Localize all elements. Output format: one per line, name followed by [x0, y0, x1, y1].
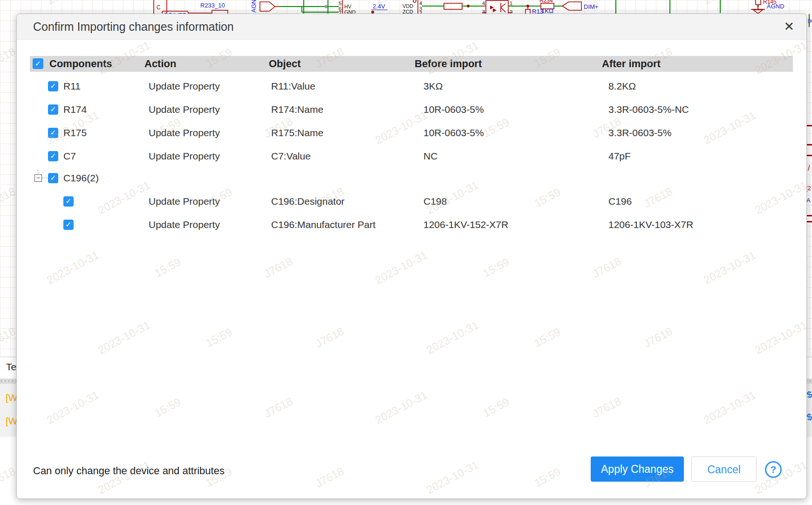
schematic-top-strip: C DRIVER R233_10 AGND 5 6 7 HV GND VDD Z… [0, 0, 812, 14]
close-icon[interactable]: ✕ [784, 19, 794, 35]
row-checkbox[interactable]: ✓ [48, 173, 58, 183]
check-icon: ✓ [65, 197, 71, 205]
table-row: ✓ C7 Update Property C7:Value NC 47pF [17, 145, 806, 167]
log-warning-line: [W [6, 415, 18, 427]
table-row: ✓ R175 Update Property R175:Name 10R-060… [17, 122, 806, 144]
confirm-import-dialog: Confirm Importing changes information ✕ … [16, 14, 807, 499]
schematic-label: AGND [767, 3, 785, 10]
after-import-cell: 3.3R-0603-5%-NC [608, 99, 689, 120]
cancel-button[interactable]: Cancel [691, 457, 757, 482]
schematic-label: C [157, 4, 161, 11]
object-cell: C7:Value [271, 145, 311, 167]
column-header-object: Object [269, 56, 300, 72]
table-row-group: − ✓ C196(2) [17, 167, 806, 189]
component-cell: R175 [63, 122, 87, 144]
before-import-cell: C198 [423, 191, 447, 212]
schematic-label: AGND [250, 0, 257, 13]
net-voltage-label: 2.4V [373, 3, 385, 10]
object-cell: R11:Value [271, 76, 315, 97]
row-checkbox[interactable]: ✓ [63, 196, 74, 207]
apply-changes-button[interactable]: Apply Changes [591, 457, 684, 482]
before-import-cell: 3KΩ [423, 76, 443, 97]
component-cell: R11 [63, 76, 81, 97]
after-import-cell: 1206-1KV-103-X7R [608, 214, 693, 235]
check-icon: ✓ [65, 221, 71, 228]
log-warning-line: [W [6, 392, 18, 403]
before-import-cell: 10R-0603-5% [423, 122, 484, 144]
svg-text:HV: HV [344, 4, 352, 9]
table-row: ✓ R11 Update Property R11:Value 3KΩ 8.2K… [17, 76, 806, 97]
svg-text:1: 1 [510, 0, 512, 6]
svg-text:VDD: VDD [403, 3, 413, 9]
footer-note: Can only change the device and attribute… [33, 465, 225, 477]
check-icon: ✓ [50, 105, 56, 113]
bottom-panel-tab[interactable]: Te [6, 361, 16, 373]
check-icon: ✓ [50, 82, 56, 90]
select-all-checkbox[interactable]: ✓ [33, 58, 43, 69]
component-cell: C7 [63, 145, 76, 167]
object-cell: C196:Designator [271, 191, 345, 212]
check-icon: ✓ [50, 174, 56, 182]
row-checkbox[interactable]: ✓ [48, 104, 58, 115]
action-cell: Update Property [149, 99, 220, 120]
object-cell: R175:Name [271, 122, 323, 144]
before-import-cell: 10R-0603-5% [423, 99, 484, 120]
row-checkbox[interactable]: ✓ [48, 128, 58, 138]
action-cell: Update Property [149, 191, 220, 212]
check-icon: ✓ [50, 129, 56, 137]
row-checkbox[interactable]: ✓ [48, 81, 58, 91]
action-cell: Update Property [149, 76, 220, 97]
action-cell: Update Property [149, 122, 220, 144]
svg-text:4: 4 [419, 0, 422, 6]
dialog-title: Confirm Importing changes information [33, 14, 234, 39]
collapse-toggle-icon[interactable]: − [34, 174, 42, 182]
row-checkbox[interactable]: ✓ [48, 151, 58, 161]
table-row: ✓ R174 Update Property R174:Name 10R-060… [17, 99, 806, 120]
help-icon[interactable]: ? [765, 461, 782, 478]
schematic-label: 1KΩ [541, 7, 553, 14]
check-icon: ✓ [50, 152, 56, 160]
schematic-label: R233_10 [200, 2, 225, 9]
net-label: DIM+ [584, 3, 598, 10]
column-header-components: Components [49, 56, 112, 72]
table-subrow: ✓ Update Property C196:Manufacturer Part… [17, 214, 806, 235]
table-header-row: ✓ Components Action Object Before import… [30, 56, 793, 72]
object-cell: R174:Name [271, 99, 323, 120]
action-cell: Update Property [149, 145, 220, 167]
row-checkbox[interactable]: ✓ [63, 220, 74, 230]
column-header-before-import: Before import [415, 56, 482, 72]
action-cell: Update Property [149, 214, 220, 235]
column-header-after-import: After import [602, 56, 661, 72]
after-import-cell: 8.2KΩ [608, 76, 636, 97]
component-cell: C196(2) [63, 167, 99, 189]
check-icon: ✓ [35, 60, 41, 68]
column-header-action: Action [144, 56, 176, 72]
dialog-header: Confirm Importing changes information ✕ [17, 14, 806, 40]
table-subrow: ✓ Update Property C196:Designator C198 C… [17, 191, 806, 212]
svg-text:5: 5 [339, 0, 341, 6]
before-import-cell: NC [423, 145, 437, 167]
svg-text:4: 4 [482, 0, 485, 6]
before-import-cell: 1206-1KV-152-X7R [423, 214, 508, 235]
after-import-cell: C196 [608, 191, 632, 212]
component-cell: R174 [63, 99, 87, 120]
object-cell: C196:Manufacturer Part [271, 214, 375, 235]
after-import-cell: 3.3R-0603-5% [608, 122, 671, 144]
after-import-cell: 47pF [608, 145, 631, 167]
